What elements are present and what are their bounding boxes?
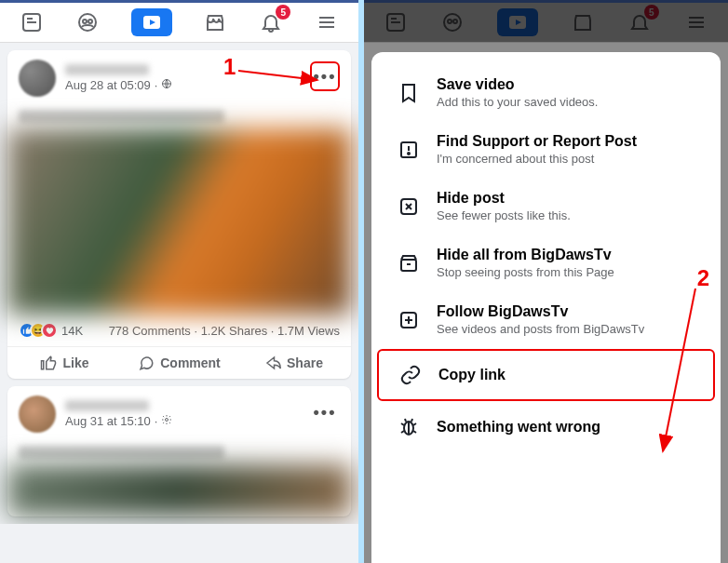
svg-point-12 <box>166 419 169 422</box>
menu-icon[interactable] <box>315 10 339 34</box>
post-meta: Aug 28 at 05:09 · <box>65 78 172 92</box>
follow-title: Follow BigDawsTv <box>437 303 644 320</box>
post-date: Aug 28 at 05:09 <box>65 78 151 92</box>
avatar[interactable] <box>19 60 56 97</box>
wrong-title: Something went wrong <box>437 419 600 436</box>
post-media[interactable] <box>7 464 351 516</box>
plus-box-icon <box>396 307 422 333</box>
comment-label: Comment <box>160 355 221 370</box>
svg-line-14 <box>238 71 317 80</box>
comment-button[interactable]: Comment <box>122 347 236 379</box>
annotation-number-1: 1 <box>223 54 236 80</box>
annotation-arrow-1 <box>238 60 331 87</box>
svg-point-5 <box>88 20 92 23</box>
like-label: Like <box>62 355 88 370</box>
post-text-blurred <box>19 446 224 459</box>
watch-icon[interactable] <box>131 8 172 36</box>
reactions-summary[interactable]: 😆 14K <box>19 322 83 339</box>
follow-sub: See videos and posts from BigDawsTv <box>437 322 644 336</box>
annotation-number-2: 2 <box>697 265 709 291</box>
archive-icon <box>396 250 422 276</box>
save-video-sub: Add this to your saved videos. <box>437 95 598 109</box>
hide-all-option[interactable]: Hide all from BigDawsTv Stop seeing post… <box>377 235 715 290</box>
save-video-option[interactable]: Save video Add this to your saved videos… <box>377 65 715 120</box>
post-date: Aug 31 at 15:10 <box>65 414 151 428</box>
like-button[interactable]: Like <box>7 347 122 379</box>
top-nav: 5 <box>0 0 358 43</box>
hide-title: Hide post <box>437 190 571 207</box>
post-text-blurred <box>19 110 224 123</box>
post-card: Aug 28 at 05:09 · ••• <box>7 50 351 379</box>
groups-icon[interactable] <box>75 10 100 34</box>
post-meta: Aug 31 at 15:10 · <box>65 414 172 428</box>
meta-sep: · <box>155 78 158 92</box>
report-title: Find Support or Report Post <box>437 133 637 150</box>
report-icon <box>396 137 422 163</box>
bug-icon <box>396 414 422 440</box>
hideall-title: Hide all from BigDawsTv <box>437 247 614 263</box>
hide-sub: See fewer posts like this. <box>437 208 571 222</box>
save-video-title: Save video <box>437 76 598 93</box>
post-card: Aug 31 at 15:10 · ••• <box>7 386 351 516</box>
author-name-blurred <box>65 64 149 75</box>
svg-line-40 <box>663 288 695 451</box>
svg-point-28 <box>408 153 410 154</box>
gear-icon <box>161 414 172 428</box>
link-icon <box>398 362 424 388</box>
x-box-icon <box>396 194 422 220</box>
notification-badge: 5 <box>276 5 290 20</box>
svg-point-3 <box>79 14 96 31</box>
hideall-sub: Stop seeing posts from this Page <box>437 265 614 279</box>
copylink-title: Copy link <box>438 367 506 383</box>
author-name-blurred <box>65 400 149 411</box>
meta-sep: · <box>155 414 158 428</box>
share-button[interactable]: Share <box>236 347 351 379</box>
love-reaction-icon <box>41 322 58 339</box>
share-label: Share <box>287 355 323 370</box>
avatar[interactable] <box>19 395 56 433</box>
globe-icon <box>161 78 172 92</box>
marketplace-icon[interactable] <box>203 10 227 34</box>
newsfeed-icon[interactable] <box>20 10 44 34</box>
svg-point-4 <box>83 20 87 23</box>
reaction-count: 14K <box>61 324 83 338</box>
report-post-option[interactable]: Find Support or Report Post I'm concerne… <box>377 122 715 177</box>
hide-post-option[interactable]: Hide post See fewer posts like this. <box>377 179 715 234</box>
annotation-arrow-2 <box>654 288 709 465</box>
stats-right: 778 Comments · 1.2K Shares · 1.7M Views <box>109 324 340 338</box>
report-sub: I'm concerned about this post <box>437 152 637 166</box>
feed: Aug 28 at 05:09 · ••• <box>0 43 358 524</box>
post-media[interactable] <box>7 128 351 315</box>
notifications-icon[interactable]: 5 <box>259 10 283 34</box>
bookmark-icon <box>396 80 422 106</box>
more-options-button[interactable]: ••• <box>310 397 340 427</box>
